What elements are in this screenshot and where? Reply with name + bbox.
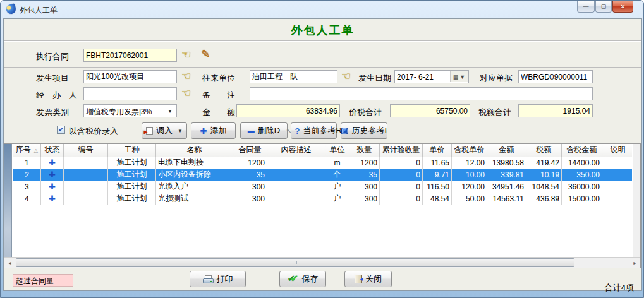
vertical-scrollbar[interactable]	[633, 144, 640, 257]
column-header[interactable]: 内容描述	[267, 144, 325, 157]
cell[interactable]	[64, 181, 108, 193]
cell[interactable]	[64, 157, 108, 169]
column-header[interactable]: 数量	[349, 144, 380, 157]
column-header[interactable]: 含税单价	[452, 144, 487, 157]
cell[interactable]: 3	[13, 181, 41, 193]
cell[interactable]	[267, 193, 325, 205]
cell[interactable]: 300	[233, 181, 267, 193]
cell[interactable]: 小区内设备拆除	[156, 169, 233, 181]
cell[interactable]: 施工计划	[108, 169, 156, 181]
table-row[interactable]: 1✚施工计划电缆下电割接1200m1200011.6512.0013980.58…	[13, 157, 633, 169]
cell[interactable]: 1	[13, 157, 41, 169]
handler-lookup-icon[interactable]: ☜	[181, 86, 191, 100]
cell[interactable]: 光缆入户	[156, 181, 233, 193]
column-header[interactable]: 合同量	[233, 144, 267, 157]
status-cell[interactable]: ✚	[41, 193, 64, 205]
cell[interactable]: 施工计划	[108, 157, 156, 169]
cell[interactable]: 35	[349, 169, 380, 181]
cell[interactable]: 户	[325, 181, 349, 193]
add-button[interactable]: ✚ 添加	[191, 122, 236, 139]
cell[interactable]: 436.89	[526, 193, 562, 205]
cell[interactable]: 户	[325, 193, 349, 205]
cell[interactable]	[267, 157, 325, 169]
scrollbar-thumb[interactable]	[16, 258, 574, 267]
date-picker-button[interactable]: ▦▼	[450, 71, 468, 82]
current-ref-button[interactable]: ↖? 当前参考R	[291, 122, 337, 139]
project-input[interactable]	[83, 70, 177, 83]
cell[interactable]: 0	[380, 181, 423, 193]
cell[interactable]: 施工计划	[108, 193, 156, 205]
cell[interactable]: 10.19	[526, 169, 562, 181]
cell[interactable]: 120.00	[452, 181, 487, 193]
column-header[interactable]: 金额	[487, 144, 526, 157]
table-row[interactable]: 2✚施工计划小区内设备拆除35个3509.7110.00339.8110.193…	[13, 169, 633, 181]
title-bar[interactable]: 外包人工单 — ▢ ✕	[1, 1, 643, 18]
cell[interactable]: 电缆下电割接	[156, 157, 233, 169]
horizontal-scrollbar[interactable]: ◄ ►	[4, 257, 640, 268]
scroll-right-button[interactable]: ►	[629, 258, 640, 268]
cell[interactable]: 48.54	[423, 193, 452, 205]
cell[interactable]	[64, 193, 108, 205]
cell[interactable]: 个	[325, 169, 349, 181]
close-button[interactable]: ✕	[612, 1, 633, 13]
column-header[interactable]: 名称	[156, 144, 233, 157]
status-cell[interactable]: ✚	[41, 157, 64, 169]
cell[interactable]: 1048.54	[526, 181, 562, 193]
cell[interactable]	[602, 169, 633, 181]
cell[interactable]	[602, 193, 633, 205]
scroll-left-button[interactable]: ◄	[4, 258, 15, 268]
cell[interactable]: 12.00	[452, 157, 487, 169]
cell[interactable]	[602, 181, 633, 193]
column-header[interactable]: 含税金额	[562, 144, 602, 157]
project-lookup-icon[interactable]: ☜	[181, 69, 191, 83]
cell[interactable]: 300	[349, 193, 380, 205]
cell[interactable]: 300	[233, 193, 267, 205]
cell[interactable]	[267, 169, 325, 181]
tax-inclusive-checkbox[interactable]: ✔	[57, 126, 65, 134]
handler-input[interactable]	[83, 87, 177, 100]
cell[interactable]: 4	[13, 193, 41, 205]
cell[interactable]: 1200	[233, 157, 267, 169]
table-row[interactable]: 3✚施工计划光缆入户300户3000116.50120.0034951.4610…	[13, 181, 633, 193]
cell[interactable]: 419.42	[526, 157, 562, 169]
edit-icon[interactable]: ✎	[201, 47, 210, 61]
cell[interactable]: 350.00	[562, 169, 602, 181]
cell[interactable]: 光损测试	[156, 193, 233, 205]
cell[interactable]: 9.71	[423, 169, 452, 181]
cell[interactable]: 14400.00	[562, 157, 602, 169]
column-header[interactable]: 状态	[41, 144, 64, 157]
cell[interactable]: m	[325, 157, 349, 169]
cell[interactable]: 施工计划	[108, 181, 156, 193]
column-header[interactable]: 说明	[602, 144, 633, 157]
status-cell[interactable]: ✚	[41, 169, 64, 181]
cell[interactable]: 2	[13, 169, 41, 181]
cell[interactable]	[64, 169, 108, 181]
column-header[interactable]: 单价	[423, 144, 452, 157]
maximize-button[interactable]: ▢	[595, 1, 612, 13]
table-row[interactable]: 4✚施工计划光损测试300户300048.5450.0014563.11436.…	[13, 193, 633, 205]
cell[interactable]: 10.00	[452, 169, 487, 181]
contract-input[interactable]	[83, 49, 177, 62]
cell[interactable]: 14563.11	[487, 193, 526, 205]
docno-input[interactable]	[518, 70, 593, 83]
cell[interactable]: 1200	[349, 157, 380, 169]
load-button[interactable]: ► 调入 ▼	[142, 122, 187, 139]
close-button-footer[interactable]: ◄ 关闭	[344, 271, 392, 287]
column-header[interactable]: 单位	[325, 144, 349, 157]
status-cell[interactable]: ✚	[41, 181, 64, 193]
cell[interactable]: 15000.00	[562, 193, 602, 205]
column-header[interactable]: 累计验收量	[380, 144, 423, 157]
cell[interactable]: 300	[349, 181, 380, 193]
invoice-type-select[interactable]: 增值税专用发票|3% ▼	[83, 104, 177, 117]
delete-button[interactable]: ▬ 删除D	[240, 122, 288, 139]
contract-lookup-icon[interactable]: ☜	[181, 48, 191, 61]
save-button[interactable]: ✔✔ 保存	[279, 271, 326, 287]
cell[interactable]	[602, 157, 633, 169]
cell[interactable]: 13980.58	[487, 157, 526, 169]
cell[interactable]: 339.81	[487, 169, 526, 181]
cell[interactable]: 11.65	[423, 157, 452, 169]
column-header[interactable]: 序号△	[13, 144, 41, 157]
minimize-button[interactable]: —	[577, 1, 595, 13]
cell[interactable]: 0	[380, 157, 423, 169]
cell[interactable]: 50.00	[452, 193, 487, 205]
